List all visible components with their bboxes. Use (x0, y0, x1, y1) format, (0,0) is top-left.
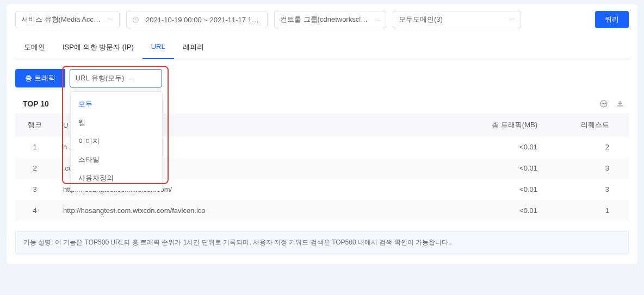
chevron-up-icon: ﹀ (374, 16, 380, 24)
svg-point-4 (605, 103, 605, 104)
svg-point-3 (603, 103, 604, 104)
tab-isp-visitors[interactable]: ISP에 의한 방문자 (IP) (54, 37, 143, 59)
control-group-select[interactable]: 컨트롤 그룹(cdnetworksclou… ﹀ (274, 11, 386, 28)
cell-rank: 2 (15, 158, 54, 179)
tab-url[interactable]: URL (143, 37, 174, 59)
cell-traffic: <0.01 (466, 200, 564, 221)
cell-traffic: <0.01 (466, 136, 564, 158)
chevron-down-icon: ﹀ (509, 16, 515, 24)
cell-traffic: <0.01 (466, 158, 564, 179)
domain-select[interactable]: 모두도메인(3) ﹀ (393, 11, 521, 28)
chevron-up-icon: ﹀ (128, 74, 134, 83)
option-all[interactable]: 모두 (71, 95, 162, 114)
cell-rank: 1 (15, 136, 54, 158)
col-rank: 랭크 (15, 114, 54, 136)
col-traffic: 총 트래픽(MB) (466, 114, 564, 136)
svg-point-2 (602, 103, 603, 104)
chevron-down-icon: ﹀ (108, 16, 114, 24)
tab-domain[interactable]: 도메인 (15, 37, 54, 59)
option-web[interactable]: 웹 (71, 114, 162, 132)
cell-requests: 1 (564, 200, 629, 221)
url-type-dropdown: 모두 웹 이미지 스타일 사용자정의 (70, 91, 163, 191)
total-traffic-pill[interactable]: 총 트래픽 (15, 69, 65, 87)
service-type-select[interactable]: 서비스 유형(Media Accele… ﹀ (15, 11, 120, 28)
clock-icon (132, 16, 139, 23)
url-type-label: URL 유형(모두) (76, 73, 125, 83)
service-type-label: 서비스 유형(Media Accele… (21, 15, 103, 24)
domain-label: 모두도메인(3) (399, 15, 505, 24)
option-custom[interactable]: 사용자정의 (71, 169, 162, 187)
tab-referrer[interactable]: 레퍼러 (174, 37, 213, 59)
option-image[interactable]: 이미지 (71, 132, 162, 150)
more-icon[interactable] (599, 99, 608, 108)
cell-rank: 4 (15, 200, 54, 221)
time-range-picker[interactable]: 2021-10-19 00:00 ~ 2021-11-17 15:08 (126, 11, 268, 28)
option-style[interactable]: 스타일 (71, 150, 162, 169)
download-icon[interactable] (616, 99, 624, 108)
col-requests: 리퀘스트 (564, 114, 629, 136)
cell-url: http://hosangtest.com.wtxcdn.com/favicon… (54, 200, 466, 221)
cell-rank: 3 (15, 179, 54, 200)
url-type-select[interactable]: URL 유형(모두) ﹀ 모두 웹 이미지 스타일 사용자정의 (70, 69, 162, 87)
cell-requests: 2 (564, 136, 629, 158)
info-banner: 기능 설명: 이 기능은 TOP500 URL의 총 트래픽 순위가 1시간 단… (15, 231, 629, 254)
table-row: 4http://hosangtest.com.wtxcdn.com/favico… (15, 200, 629, 221)
cell-requests: 3 (564, 158, 629, 179)
cell-traffic: <0.01 (466, 179, 564, 200)
time-range-label: 2021-10-19 00:00 ~ 2021-11-17 15:08 (146, 16, 262, 24)
control-group-label: 컨트롤 그룹(cdnetworksclou… (280, 15, 370, 24)
top10-heading: TOP 10 (23, 99, 49, 108)
cell-requests: 3 (564, 179, 629, 200)
query-button[interactable]: 쿼리 (595, 11, 629, 28)
tab-bar: 도메인 ISP에 의한 방문자 (IP) URL 레퍼러 (15, 37, 629, 59)
